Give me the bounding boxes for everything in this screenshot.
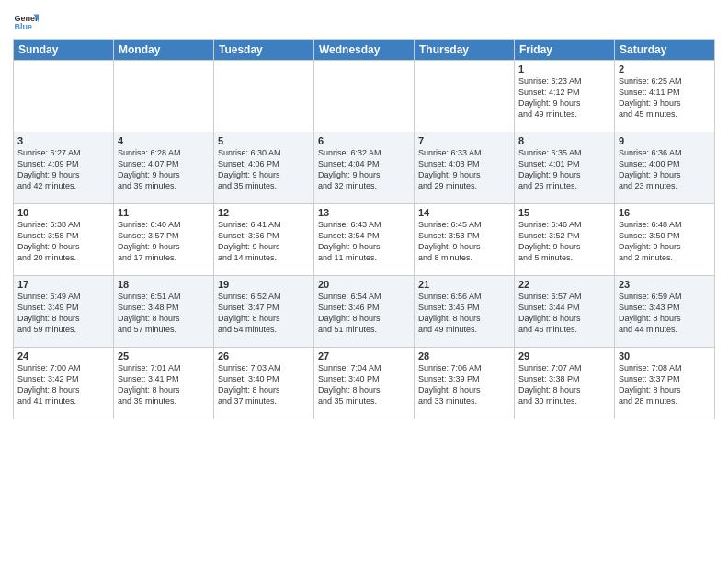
calendar-cell: 21Sunrise: 6:56 AM Sunset: 3:45 PM Dayli… xyxy=(415,276,515,348)
day-number: 25 xyxy=(118,350,210,362)
day-number: 12 xyxy=(218,207,310,218)
calendar-cell: 16Sunrise: 6:48 AM Sunset: 3:50 PM Dayli… xyxy=(615,204,715,276)
day-info: Sunrise: 7:03 AM Sunset: 3:40 PM Dayligh… xyxy=(218,362,310,408)
day-number: 17 xyxy=(17,279,109,290)
day-info: Sunrise: 6:45 AM Sunset: 3:53 PM Dayligh… xyxy=(418,219,510,264)
calendar-cell: 18Sunrise: 6:51 AM Sunset: 3:48 PM Dayli… xyxy=(114,276,214,348)
day-info: Sunrise: 7:07 AM Sunset: 3:38 PM Dayligh… xyxy=(518,362,610,408)
calendar-cell: 17Sunrise: 6:49 AM Sunset: 3:49 PM Dayli… xyxy=(14,276,114,348)
day-number: 26 xyxy=(218,350,310,362)
day-number: 24 xyxy=(17,350,109,362)
day-number: 5 xyxy=(218,135,310,146)
weekday-wednesday: Wednesday xyxy=(314,40,415,61)
calendar-cell: 7Sunrise: 6:33 AM Sunset: 4:03 PM Daylig… xyxy=(415,132,515,204)
day-info: Sunrise: 6:23 AM Sunset: 4:12 PM Dayligh… xyxy=(518,75,610,121)
day-number: 23 xyxy=(619,279,711,290)
day-number: 8 xyxy=(518,135,610,146)
calendar-cell: 14Sunrise: 6:45 AM Sunset: 3:53 PM Dayli… xyxy=(415,204,515,276)
day-info: Sunrise: 6:57 AM Sunset: 3:44 PM Dayligh… xyxy=(518,291,610,336)
day-info: Sunrise: 6:33 AM Sunset: 4:03 PM Dayligh… xyxy=(418,147,510,192)
day-number: 15 xyxy=(518,207,610,218)
logo-icon: General Blue xyxy=(13,9,39,35)
calendar-week-4: 17Sunrise: 6:49 AM Sunset: 3:49 PM Dayli… xyxy=(14,276,715,348)
calendar-cell: 13Sunrise: 6:43 AM Sunset: 3:54 PM Dayli… xyxy=(314,204,415,276)
day-info: Sunrise: 6:56 AM Sunset: 3:45 PM Dayligh… xyxy=(418,291,510,336)
calendar-cell: 8Sunrise: 6:35 AM Sunset: 4:01 PM Daylig… xyxy=(515,132,615,204)
calendar-cell: 12Sunrise: 6:41 AM Sunset: 3:56 PM Dayli… xyxy=(214,204,314,276)
calendar-week-2: 3Sunrise: 6:27 AM Sunset: 4:09 PM Daylig… xyxy=(14,132,715,204)
calendar-week-1: 1Sunrise: 6:23 AM Sunset: 4:12 PM Daylig… xyxy=(14,61,715,132)
calendar-cell: 27Sunrise: 7:04 AM Sunset: 3:40 PM Dayli… xyxy=(314,348,415,419)
day-number: 29 xyxy=(518,350,610,362)
day-number: 6 xyxy=(318,135,410,146)
calendar-cell: 24Sunrise: 7:00 AM Sunset: 3:42 PM Dayli… xyxy=(14,348,114,419)
day-info: Sunrise: 6:32 AM Sunset: 4:04 PM Dayligh… xyxy=(318,147,410,192)
day-number: 16 xyxy=(619,207,711,218)
calendar-cell xyxy=(415,61,515,132)
calendar-cell: 1Sunrise: 6:23 AM Sunset: 4:12 PM Daylig… xyxy=(515,61,615,132)
day-info: Sunrise: 7:04 AM Sunset: 3:40 PM Dayligh… xyxy=(318,362,410,408)
calendar-cell: 26Sunrise: 7:03 AM Sunset: 3:40 PM Dayli… xyxy=(214,348,314,419)
calendar-cell: 11Sunrise: 6:40 AM Sunset: 3:57 PM Dayli… xyxy=(114,204,214,276)
day-number: 2 xyxy=(619,63,711,75)
calendar-week-3: 10Sunrise: 6:38 AM Sunset: 3:58 PM Dayli… xyxy=(14,204,715,276)
day-info: Sunrise: 6:41 AM Sunset: 3:56 PM Dayligh… xyxy=(218,219,310,264)
day-info: Sunrise: 6:48 AM Sunset: 3:50 PM Dayligh… xyxy=(619,219,711,264)
day-info: Sunrise: 7:06 AM Sunset: 3:39 PM Dayligh… xyxy=(418,362,510,408)
day-number: 9 xyxy=(619,135,711,146)
day-number: 20 xyxy=(318,279,410,290)
day-info: Sunrise: 6:51 AM Sunset: 3:48 PM Dayligh… xyxy=(118,291,210,336)
day-number: 4 xyxy=(118,135,210,146)
day-number: 1 xyxy=(518,63,610,75)
day-info: Sunrise: 6:25 AM Sunset: 4:11 PM Dayligh… xyxy=(619,75,711,121)
day-number: 27 xyxy=(318,350,410,362)
calendar-cell: 4Sunrise: 6:28 AM Sunset: 4:07 PM Daylig… xyxy=(114,132,214,204)
page-container: General Blue SundayMondayTuesdayWednesda… xyxy=(0,0,728,427)
day-info: Sunrise: 6:36 AM Sunset: 4:00 PM Dayligh… xyxy=(619,147,711,192)
calendar-cell: 25Sunrise: 7:01 AM Sunset: 3:41 PM Dayli… xyxy=(114,348,214,419)
calendar-cell: 28Sunrise: 7:06 AM Sunset: 3:39 PM Dayli… xyxy=(415,348,515,419)
day-number: 10 xyxy=(17,207,109,218)
day-number: 22 xyxy=(518,279,610,290)
calendar-week-5: 24Sunrise: 7:00 AM Sunset: 3:42 PM Dayli… xyxy=(14,348,715,419)
calendar-cell xyxy=(214,61,314,132)
calendar-cell: 23Sunrise: 6:59 AM Sunset: 3:43 PM Dayli… xyxy=(615,276,715,348)
day-info: Sunrise: 6:27 AM Sunset: 4:09 PM Dayligh… xyxy=(17,147,109,192)
day-number: 21 xyxy=(418,279,510,290)
calendar-cell: 9Sunrise: 6:36 AM Sunset: 4:00 PM Daylig… xyxy=(615,132,715,204)
day-number: 18 xyxy=(118,279,210,290)
day-info: Sunrise: 6:30 AM Sunset: 4:06 PM Dayligh… xyxy=(218,147,310,192)
weekday-tuesday: Tuesday xyxy=(214,40,314,61)
day-number: 19 xyxy=(218,279,310,290)
calendar-table: SundayMondayTuesdayWednesdayThursdayFrid… xyxy=(13,39,715,419)
calendar-cell: 19Sunrise: 6:52 AM Sunset: 3:47 PM Dayli… xyxy=(214,276,314,348)
weekday-header-row: SundayMondayTuesdayWednesdayThursdayFrid… xyxy=(14,40,715,61)
day-info: Sunrise: 6:52 AM Sunset: 3:47 PM Dayligh… xyxy=(218,291,310,336)
day-info: Sunrise: 6:46 AM Sunset: 3:52 PM Dayligh… xyxy=(518,219,610,264)
calendar-cell: 3Sunrise: 6:27 AM Sunset: 4:09 PM Daylig… xyxy=(14,132,114,204)
day-info: Sunrise: 7:00 AM Sunset: 3:42 PM Dayligh… xyxy=(17,362,109,408)
weekday-thursday: Thursday xyxy=(415,40,515,61)
day-info: Sunrise: 7:08 AM Sunset: 3:37 PM Dayligh… xyxy=(619,362,711,408)
calendar-cell xyxy=(114,61,214,132)
day-info: Sunrise: 6:28 AM Sunset: 4:07 PM Dayligh… xyxy=(118,147,210,192)
day-info: Sunrise: 6:40 AM Sunset: 3:57 PM Dayligh… xyxy=(118,219,210,264)
day-number: 30 xyxy=(619,350,711,362)
weekday-saturday: Saturday xyxy=(615,40,715,61)
day-number: 3 xyxy=(17,135,109,146)
day-info: Sunrise: 6:59 AM Sunset: 3:43 PM Dayligh… xyxy=(619,291,711,336)
day-number: 13 xyxy=(318,207,410,218)
calendar-cell: 2Sunrise: 6:25 AM Sunset: 4:11 PM Daylig… xyxy=(615,61,715,132)
day-info: Sunrise: 6:35 AM Sunset: 4:01 PM Dayligh… xyxy=(518,147,610,192)
day-number: 7 xyxy=(418,135,510,146)
day-info: Sunrise: 6:54 AM Sunset: 3:46 PM Dayligh… xyxy=(318,291,410,336)
calendar-cell: 6Sunrise: 6:32 AM Sunset: 4:04 PM Daylig… xyxy=(314,132,415,204)
calendar-cell: 10Sunrise: 6:38 AM Sunset: 3:58 PM Dayli… xyxy=(14,204,114,276)
logo: General Blue xyxy=(13,9,39,35)
day-info: Sunrise: 6:38 AM Sunset: 3:58 PM Dayligh… xyxy=(17,219,109,264)
weekday-sunday: Sunday xyxy=(14,40,114,61)
svg-text:Blue: Blue xyxy=(14,22,32,31)
calendar-cell: 30Sunrise: 7:08 AM Sunset: 3:37 PM Dayli… xyxy=(615,348,715,419)
day-number: 11 xyxy=(118,207,210,218)
day-info: Sunrise: 6:49 AM Sunset: 3:49 PM Dayligh… xyxy=(17,291,109,336)
